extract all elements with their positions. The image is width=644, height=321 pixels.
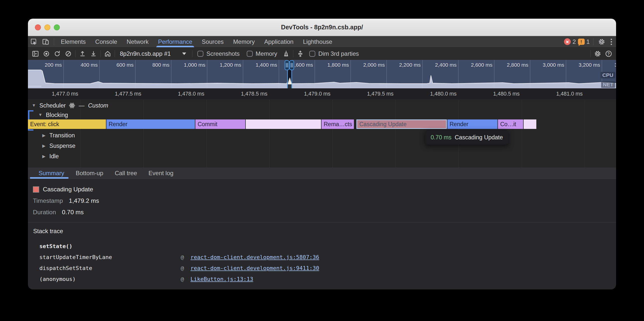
flame-gridline bbox=[332, 100, 333, 167]
traffic-lights bbox=[35, 24, 60, 30]
flame-bar[interactable] bbox=[524, 120, 536, 129]
shortcuts-dialog-button[interactable] bbox=[295, 49, 306, 59]
tab-sources[interactable]: Sources bbox=[197, 36, 228, 47]
device-toolbar-button[interactable] bbox=[40, 36, 52, 47]
toggle-sidebar-button[interactable] bbox=[30, 49, 41, 59]
tab-application[interactable]: Application bbox=[260, 36, 298, 47]
timeline-overview[interactable]: 200 ms400 ms600 ms800 ms1,000 ms1,200 ms… bbox=[28, 60, 616, 88]
target-selector[interactable]: 8p2n9n.csb.app #1 bbox=[116, 50, 191, 57]
flame-bar-label: Commit bbox=[198, 121, 217, 128]
tab-network[interactable]: Network bbox=[122, 36, 153, 47]
ruler-tick-label: 1,477.0 ms bbox=[28, 91, 78, 97]
summary-event-row: Cascading Update bbox=[33, 185, 611, 194]
inspect-element-button[interactable] bbox=[28, 36, 40, 47]
tab-lighthouse[interactable]: Lighthouse bbox=[298, 36, 337, 47]
ruler-tick-label: 1,478.5 ms bbox=[212, 91, 268, 97]
flame-bar-label: Rema…cts bbox=[324, 121, 352, 128]
ruler-tick-label: 1,479.5 ms bbox=[339, 91, 394, 97]
chevron-collapsed-icon[interactable]: ▶ bbox=[41, 133, 46, 138]
load-profile-button[interactable] bbox=[77, 49, 88, 59]
settings-button[interactable] bbox=[596, 36, 608, 47]
flame-bar-commit[interactable]: Commit bbox=[196, 120, 245, 129]
save-profile-button[interactable] bbox=[88, 49, 99, 59]
tooltip-label: Cascading Update bbox=[455, 134, 503, 141]
react-atom-icon bbox=[69, 102, 75, 109]
record-button[interactable] bbox=[41, 49, 52, 59]
ruler-tick-label: 1,480.5 ms bbox=[465, 91, 520, 97]
separator-dash: — bbox=[79, 102, 85, 109]
clear-button[interactable] bbox=[63, 49, 74, 59]
tooltip-duration: 0.70 ms bbox=[431, 134, 452, 141]
checkbox-icon bbox=[309, 51, 315, 57]
track-row-blocking[interactable]: ▼ Blocking bbox=[38, 111, 68, 119]
dim-3rd-parties-checkbox[interactable]: Dim 3rd parties bbox=[306, 50, 362, 57]
home-icon bbox=[104, 50, 112, 57]
stack-frame-source-link[interactable]: react-dom-client.development.js:9411:30 bbox=[190, 265, 319, 271]
ruler-tick-label: 1,477.5 ms bbox=[86, 91, 141, 97]
chevron-expanded-icon[interactable]: ▼ bbox=[32, 103, 36, 108]
flame-bar-event-click[interactable]: Event: click bbox=[28, 120, 106, 129]
zoom-window-button[interactable] bbox=[54, 24, 60, 30]
flame-gridline bbox=[80, 100, 80, 167]
chevron-expanded-icon[interactable]: ▼ bbox=[38, 113, 43, 118]
flame-bar-render[interactable]: Render bbox=[106, 120, 195, 129]
devtools-tabbar: ElementsConsoleNetworkPerformanceSources… bbox=[28, 36, 616, 47]
gear-icon bbox=[594, 50, 602, 58]
track-row-suspense[interactable]: ▶Suspense bbox=[41, 142, 76, 150]
separator bbox=[75, 50, 76, 57]
details-tab-bottom-up[interactable]: Bottom-up bbox=[70, 167, 109, 179]
flame-bar-render[interactable]: Render bbox=[447, 120, 498, 129]
screenshots-checkbox[interactable]: Screenshots bbox=[194, 50, 243, 57]
collapse-vertical-icon bbox=[296, 50, 304, 57]
flame-bar-label: Render bbox=[109, 121, 127, 128]
stack-frame: (anonymous)@LikeButton.js:13:13 bbox=[40, 274, 616, 284]
target-selector-value: 8p2n9n.csb.app #1 bbox=[120, 50, 171, 57]
flame-gridline bbox=[522, 100, 522, 167]
event-tooltip: 0.70 ms Cascading Update bbox=[425, 130, 508, 145]
warning-badge[interactable]: ! 1 bbox=[578, 38, 590, 45]
close-window-button[interactable] bbox=[35, 24, 41, 30]
capture-settings-button[interactable] bbox=[592, 49, 603, 59]
track-header-scheduler[interactable]: ▼ Scheduler — Custom bbox=[32, 101, 108, 110]
summary-row-value: 0.70 ms bbox=[62, 209, 84, 216]
ruler-tick-label: 1,478.0 ms bbox=[150, 91, 204, 97]
track-row-transition[interactable]: ▶Transition bbox=[41, 131, 75, 140]
selection-left-handle[interactable] bbox=[285, 60, 289, 70]
flame-bar-rema-cts[interactable]: Rema…cts bbox=[322, 120, 354, 129]
ruler-tick-label: 1,479.0 ms bbox=[276, 91, 330, 97]
error-badge[interactable]: 2 bbox=[564, 38, 576, 45]
issues-badges: 2 ! 1 bbox=[564, 36, 591, 47]
tab-elements[interactable]: Elements bbox=[56, 36, 90, 47]
flame-bar-co-it[interactable]: Co…it bbox=[498, 120, 523, 129]
details-tab-call-tree[interactable]: Call tree bbox=[109, 167, 142, 179]
tab-performance[interactable]: Performance bbox=[153, 36, 197, 47]
flame-bar-cascading-update[interactable]: Cascading Update bbox=[356, 120, 447, 129]
more-options-button[interactable] bbox=[608, 36, 616, 47]
cpu-track-label: CPU bbox=[601, 72, 615, 78]
flame-bar[interactable] bbox=[246, 120, 321, 129]
cpu-activity-chart bbox=[28, 60, 616, 88]
chevron-collapsed-icon[interactable]: ▶ bbox=[41, 154, 46, 159]
chevron-collapsed-icon[interactable]: ▶ bbox=[41, 143, 46, 149]
selection-right-handle[interactable] bbox=[290, 60, 294, 70]
flame-chart[interactable]: ▼ Scheduler — Custom ▼ Blocking Event: c… bbox=[28, 100, 616, 167]
track-row-idle[interactable]: ▶Idle bbox=[41, 152, 59, 160]
collect-garbage-button[interactable] bbox=[281, 49, 292, 59]
stack-frame-source-link[interactable]: LikeButton.js:13:13 bbox=[190, 276, 253, 282]
details-tab-summary[interactable]: Summary bbox=[33, 167, 70, 179]
svg-text:?: ? bbox=[607, 52, 610, 56]
help-button[interactable]: ? bbox=[603, 49, 614, 59]
home-button[interactable] bbox=[102, 49, 113, 59]
minimize-window-button[interactable] bbox=[44, 24, 50, 30]
separator bbox=[192, 50, 192, 57]
details-tab-event-log[interactable]: Event log bbox=[143, 167, 179, 179]
stack-frame-source-link[interactable]: react-dom-client.development.js:5807:36 bbox=[190, 254, 319, 260]
tab-console[interactable]: Console bbox=[90, 36, 122, 47]
summary-event-name: Cascading Update bbox=[43, 186, 93, 193]
flame-bar-label: Cascading Update bbox=[360, 121, 406, 128]
tab-memory[interactable]: Memory bbox=[228, 36, 260, 47]
record-and-reload-button[interactable] bbox=[52, 49, 63, 59]
flame-bar-label: Co…it bbox=[500, 121, 516, 128]
memory-checkbox[interactable]: Memory bbox=[243, 50, 281, 57]
flame-bar-label: Render bbox=[450, 121, 468, 128]
